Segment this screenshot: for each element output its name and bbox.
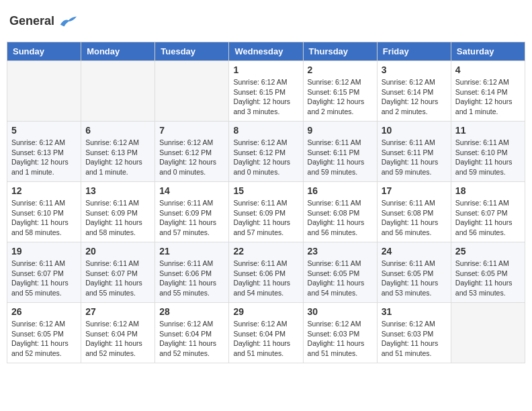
weekday-thursday: Thursday xyxy=(303,42,377,61)
calendar-cell: 13Sunrise: 6:11 AM Sunset: 6:09 PM Dayli… xyxy=(81,182,155,242)
day-number: 16 xyxy=(308,185,373,196)
calendar-cell: 4Sunrise: 6:12 AM Sunset: 6:14 PM Daylig… xyxy=(451,61,525,122)
day-info: Sunrise: 6:12 AM Sunset: 6:15 PM Dayligh… xyxy=(308,77,373,117)
calendar-cell: 28Sunrise: 6:12 AM Sunset: 6:04 PM Dayli… xyxy=(155,303,229,363)
day-info: Sunrise: 6:11 AM Sunset: 6:05 PM Dayligh… xyxy=(308,259,373,298)
day-number: 7 xyxy=(159,125,224,136)
day-info: Sunrise: 6:12 AM Sunset: 6:04 PM Dayligh… xyxy=(233,319,298,359)
day-number: 24 xyxy=(382,246,447,257)
day-number: 2 xyxy=(308,64,373,75)
day-number: 26 xyxy=(11,306,77,317)
day-number: 10 xyxy=(382,125,447,136)
day-number: 3 xyxy=(382,64,447,75)
day-info: Sunrise: 6:12 AM Sunset: 6:12 PM Dayligh… xyxy=(159,138,224,177)
day-number: 28 xyxy=(159,306,224,317)
day-info: Sunrise: 6:12 AM Sunset: 6:15 PM Dayligh… xyxy=(233,77,298,117)
day-info: Sunrise: 6:11 AM Sunset: 6:09 PM Dayligh… xyxy=(85,198,150,238)
calendar-cell: 10Sunrise: 6:11 AM Sunset: 6:11 PM Dayli… xyxy=(377,122,451,182)
day-info: Sunrise: 6:11 AM Sunset: 6:05 PM Dayligh… xyxy=(455,259,521,298)
calendar-cell: 12Sunrise: 6:11 AM Sunset: 6:10 PM Dayli… xyxy=(7,182,81,242)
day-number: 6 xyxy=(85,125,150,136)
calendar-cell: 16Sunrise: 6:11 AM Sunset: 6:08 PM Dayli… xyxy=(303,182,377,242)
day-info: Sunrise: 6:11 AM Sunset: 6:06 PM Dayligh… xyxy=(233,259,298,298)
day-info: Sunrise: 6:11 AM Sunset: 6:08 PM Dayligh… xyxy=(382,198,447,238)
day-info: Sunrise: 6:11 AM Sunset: 6:07 PM Dayligh… xyxy=(85,259,150,298)
day-number: 20 xyxy=(85,246,150,257)
calendar-cell: 11Sunrise: 6:11 AM Sunset: 6:10 PM Dayli… xyxy=(451,122,525,182)
day-number: 9 xyxy=(308,125,373,136)
calendar-cell: 7Sunrise: 6:12 AM Sunset: 6:12 PM Daylig… xyxy=(155,122,229,182)
day-number: 13 xyxy=(85,185,150,196)
calendar-cell: 15Sunrise: 6:11 AM Sunset: 6:09 PM Dayli… xyxy=(229,182,303,242)
logo: General xyxy=(9,12,78,31)
calendar-cell: 17Sunrise: 6:11 AM Sunset: 6:08 PM Dayli… xyxy=(377,182,451,242)
day-number: 15 xyxy=(233,185,298,196)
day-number: 18 xyxy=(455,185,521,196)
calendar-cell: 20Sunrise: 6:11 AM Sunset: 6:07 PM Dayli… xyxy=(81,242,155,303)
day-info: Sunrise: 6:12 AM Sunset: 6:03 PM Dayligh… xyxy=(382,319,447,359)
calendar-cell: 25Sunrise: 6:11 AM Sunset: 6:05 PM Dayli… xyxy=(451,242,525,303)
calendar-cell: 6Sunrise: 6:12 AM Sunset: 6:13 PM Daylig… xyxy=(81,122,155,182)
calendar-cell: 2Sunrise: 6:12 AM Sunset: 6:15 PM Daylig… xyxy=(303,61,377,122)
day-number: 1 xyxy=(233,64,298,75)
day-info: Sunrise: 6:11 AM Sunset: 6:09 PM Dayligh… xyxy=(233,198,298,238)
weekday-monday: Monday xyxy=(81,42,155,61)
weekday-friday: Friday xyxy=(377,42,451,61)
week-row-5: 26Sunrise: 6:12 AM Sunset: 6:05 PM Dayli… xyxy=(7,303,525,363)
calendar-cell: 30Sunrise: 6:12 AM Sunset: 6:03 PM Dayli… xyxy=(303,303,377,363)
day-info: Sunrise: 6:11 AM Sunset: 6:06 PM Dayligh… xyxy=(159,259,224,298)
logo-bird-icon xyxy=(59,12,78,31)
day-number: 11 xyxy=(455,125,521,136)
weekday-tuesday: Tuesday xyxy=(155,42,229,61)
calendar-cell: 21Sunrise: 6:11 AM Sunset: 6:06 PM Dayli… xyxy=(155,242,229,303)
week-row-4: 19Sunrise: 6:11 AM Sunset: 6:07 PM Dayli… xyxy=(7,242,525,303)
calendar-cell: 1Sunrise: 6:12 AM Sunset: 6:15 PM Daylig… xyxy=(229,61,303,122)
day-number: 22 xyxy=(233,246,298,257)
weekday-wednesday: Wednesday xyxy=(229,42,303,61)
weekday-saturday: Saturday xyxy=(451,42,525,61)
calendar-cell: 22Sunrise: 6:11 AM Sunset: 6:06 PM Dayli… xyxy=(229,242,303,303)
week-row-1: 1Sunrise: 6:12 AM Sunset: 6:15 PM Daylig… xyxy=(7,61,525,122)
calendar-cell: 5Sunrise: 6:12 AM Sunset: 6:13 PM Daylig… xyxy=(7,122,81,182)
calendar-cell: 31Sunrise: 6:12 AM Sunset: 6:03 PM Dayli… xyxy=(377,303,451,363)
weekday-sunday: Sunday xyxy=(7,42,81,61)
day-info: Sunrise: 6:12 AM Sunset: 6:13 PM Dayligh… xyxy=(11,138,77,177)
logo-text-general: General xyxy=(9,14,54,28)
day-info: Sunrise: 6:12 AM Sunset: 6:13 PM Dayligh… xyxy=(85,138,150,177)
day-number: 19 xyxy=(11,246,77,257)
calendar-cell: 14Sunrise: 6:11 AM Sunset: 6:09 PM Dayli… xyxy=(155,182,229,242)
calendar-cell xyxy=(451,303,525,363)
calendar-cell xyxy=(81,61,155,122)
day-info: Sunrise: 6:11 AM Sunset: 6:05 PM Dayligh… xyxy=(382,259,447,298)
day-info: Sunrise: 6:12 AM Sunset: 6:05 PM Dayligh… xyxy=(11,319,77,359)
calendar-cell: 9Sunrise: 6:11 AM Sunset: 6:11 PM Daylig… xyxy=(303,122,377,182)
calendar-cell: 18Sunrise: 6:11 AM Sunset: 6:07 PM Dayli… xyxy=(451,182,525,242)
day-number: 27 xyxy=(85,306,150,317)
weekday-header-row: SundayMondayTuesdayWednesdayThursdayFrid… xyxy=(7,42,525,61)
day-number: 5 xyxy=(11,125,77,136)
calendar-cell: 3Sunrise: 6:12 AM Sunset: 6:14 PM Daylig… xyxy=(377,61,451,122)
day-number: 21 xyxy=(159,246,224,257)
week-row-2: 5Sunrise: 6:12 AM Sunset: 6:13 PM Daylig… xyxy=(7,122,525,182)
calendar-table: SundayMondayTuesdayWednesdayThursdayFrid… xyxy=(7,42,525,363)
day-number: 12 xyxy=(11,185,77,196)
day-info: Sunrise: 6:12 AM Sunset: 6:04 PM Dayligh… xyxy=(159,319,224,359)
day-number: 8 xyxy=(233,125,298,136)
day-info: Sunrise: 6:11 AM Sunset: 6:10 PM Dayligh… xyxy=(11,198,77,238)
day-number: 17 xyxy=(382,185,447,196)
day-info: Sunrise: 6:11 AM Sunset: 6:07 PM Dayligh… xyxy=(455,198,521,238)
day-info: Sunrise: 6:11 AM Sunset: 6:11 PM Dayligh… xyxy=(382,138,447,177)
page-header: General xyxy=(7,7,525,36)
calendar-cell: 29Sunrise: 6:12 AM Sunset: 6:04 PM Dayli… xyxy=(229,303,303,363)
day-number: 29 xyxy=(233,306,298,317)
day-info: Sunrise: 6:11 AM Sunset: 6:09 PM Dayligh… xyxy=(159,198,224,238)
day-number: 4 xyxy=(455,64,521,75)
day-number: 25 xyxy=(455,246,521,257)
day-info: Sunrise: 6:11 AM Sunset: 6:08 PM Dayligh… xyxy=(308,198,373,238)
calendar-cell: 19Sunrise: 6:11 AM Sunset: 6:07 PM Dayli… xyxy=(7,242,81,303)
day-info: Sunrise: 6:12 AM Sunset: 6:14 PM Dayligh… xyxy=(455,77,521,117)
day-info: Sunrise: 6:11 AM Sunset: 6:11 PM Dayligh… xyxy=(308,138,373,177)
day-info: Sunrise: 6:11 AM Sunset: 6:10 PM Dayligh… xyxy=(455,138,521,177)
calendar-cell: 27Sunrise: 6:12 AM Sunset: 6:04 PM Dayli… xyxy=(81,303,155,363)
day-number: 23 xyxy=(308,246,373,257)
